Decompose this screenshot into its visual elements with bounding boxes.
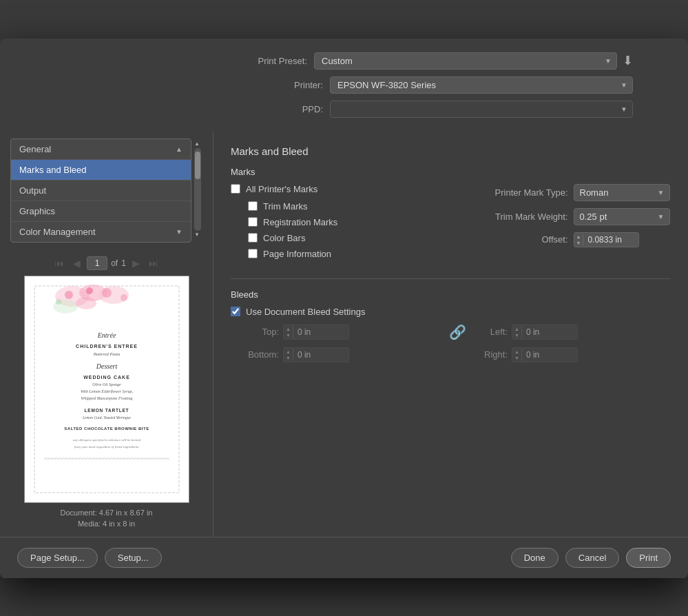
use-document-bleed-checkbox[interactable] (231, 307, 240, 316)
top-bleed-arrows: ▲ ▼ (284, 326, 293, 338)
svg-text:Dessert: Dessert (95, 362, 117, 370)
all-printer-marks-label[interactable]: All Printer's Marks (246, 184, 317, 194)
bottom-bleed-row: Bottom: ▲ ▼ (244, 347, 442, 362)
svg-text:LEMON TARTLET: LEMON TARTLET (84, 408, 129, 413)
registration-marks-label[interactable]: Registration Marks (263, 217, 337, 227)
offset-increment-button[interactable]: ▲ (574, 234, 583, 240)
first-page-button[interactable]: ⏮ (52, 256, 67, 270)
scroll-down-arrow-icon[interactable]: ▼ (194, 232, 200, 238)
next-page-button[interactable]: ▶ (129, 256, 143, 270)
top-bleed-row: Top: ▲ ▼ (244, 325, 442, 340)
svg-text:CHILDREN'S ENTREE: CHILDREN'S ENTREE (76, 344, 138, 349)
offset-input[interactable] (583, 233, 638, 247)
svg-point-5 (76, 297, 96, 309)
print-preset-container: Custom ▼ (314, 52, 617, 70)
page-information-checkbox[interactable] (248, 249, 258, 258)
left-bleed-arrows: ▲ ▼ (512, 326, 522, 338)
all-printer-marks-checkbox[interactable] (231, 184, 240, 194)
printer-select[interactable]: EPSON WF-3820 Series (330, 76, 633, 94)
bottom-bleed-increment[interactable]: ▲ (284, 349, 293, 355)
color-bars-checkbox[interactable] (248, 233, 258, 243)
nav-scrollbar[interactable]: ▲ ▼ (191, 138, 202, 243)
top-bleed-increment[interactable]: ▲ (284, 326, 293, 332)
sidebar-item-general[interactable]: General ▲ (11, 139, 191, 160)
top-section: Print Preset: Custom ▼ ⬇ Printer: EPSON … (0, 39, 688, 132)
setup-button[interactable]: Setup... (105, 548, 162, 568)
top-bleed-input[interactable] (293, 325, 348, 339)
svg-point-9 (121, 294, 127, 301)
svg-text:WEDDING CAKE: WEDDING CAKE (83, 375, 130, 380)
cancel-button[interactable]: Cancel (565, 548, 619, 568)
left-bleed-row: Left: ▲ ▼ (473, 325, 671, 340)
page-setup-button[interactable]: Page Setup... (17, 548, 98, 568)
bottom-bleed-field: ▲ ▼ (283, 347, 349, 362)
sidebar-item-marks-and-bleed[interactable]: Marks and Bleed (11, 160, 191, 181)
bottom-bleed-input[interactable] (293, 348, 348, 362)
last-page-button[interactable]: ⏭ (146, 256, 161, 270)
left-bleed-input[interactable] (522, 325, 577, 339)
svg-text:from your meal regardless of l: from your meal regardless of listed ingr… (74, 445, 139, 449)
print-preset-select[interactable]: Custom (314, 52, 617, 70)
bottom-bleed-label: Bottom: (244, 349, 279, 360)
print-button[interactable]: Print (626, 548, 671, 568)
svg-point-10 (56, 299, 61, 305)
trim-mark-weight-select[interactable]: 0.25 pt 0.50 pt 1.00 pt (574, 208, 670, 225)
print-preset-label: Print Preset: (252, 56, 307, 66)
offset-spinner-arrows: ▲ ▼ (574, 234, 584, 246)
nav-scroll-down-icon: ▼ (176, 228, 183, 236)
offset-decrement-button[interactable]: ▼ (574, 240, 583, 246)
prev-page-button[interactable]: ◀ (70, 256, 83, 270)
printer-mark-type-row: Printer Mark Type: Roman Greek Cyrillic … (465, 184, 671, 201)
printer-row: Printer: EPSON WF-3820 Series ▼ (21, 76, 667, 94)
left-bleed-decrement[interactable]: ▼ (512, 332, 521, 338)
scroll-thumb[interactable] (195, 152, 200, 179)
marks-grid: All Printer's Marks Trim Marks Registrat… (231, 184, 671, 265)
ppd-label: PPD: (268, 104, 323, 114)
sidebar-item-graphics[interactable]: Graphics (11, 201, 191, 222)
color-bars-label[interactable]: Color Bars (263, 233, 305, 243)
ppd-row: PPD: ▼ (21, 101, 667, 118)
page-of-label: of (111, 258, 118, 268)
trim-marks-label[interactable]: Trim Marks (263, 201, 308, 212)
top-bleed-label: Top: (244, 327, 279, 337)
bottom-bar: Page Setup... Setup... Done Cancel Print (0, 537, 688, 578)
left-bleed-increment[interactable]: ▲ (512, 326, 521, 332)
marks-left: All Printer's Marks Trim Marks Registrat… (231, 184, 437, 265)
doc-info-line1: Document: 4.67 in x 8.67 in (61, 507, 153, 519)
preview-svg: Entrée CHILDREN'S ENTREE Buttered Pasta … (31, 283, 183, 496)
printer-mark-type-select[interactable]: Roman Greek Cyrillic (574, 184, 670, 201)
trim-marks-row: Trim Marks (231, 201, 437, 212)
page-information-label[interactable]: Page Information (263, 249, 331, 259)
main-content: General ▲ Marks and Bleed Output Graphic… (0, 132, 688, 537)
right-bleed-increment[interactable]: ▲ (512, 349, 521, 355)
right-bleed-input[interactable] (522, 348, 577, 362)
done-button[interactable]: Done (511, 548, 559, 568)
page-number-input[interactable] (87, 256, 107, 270)
svg-text:Whipped Mascarpone Frosting: Whipped Mascarpone Frosting (81, 396, 132, 400)
top-bleed-decrement[interactable]: ▼ (284, 332, 293, 338)
chain-link-icon: 🔗 (449, 325, 466, 340)
bleeds-section: Bleeds Use Document Bleed Settings Top: … (231, 289, 671, 362)
trim-marks-checkbox[interactable] (248, 201, 258, 211)
use-document-bleed-row: Use Document Bleed Settings (231, 307, 671, 317)
bleed-fields: Top: ▲ ▼ 🔗 Left: (231, 324, 671, 362)
bleeds-subsection-title: Bleeds (231, 289, 671, 300)
top-bleed-field: ▲ ▼ (283, 325, 349, 340)
bottom-bleed-decrement[interactable]: ▼ (284, 355, 293, 361)
sidebar-item-output[interactable]: Output (11, 181, 191, 201)
right-bleed-arrows: ▲ ▼ (512, 349, 522, 361)
offset-spinner: ▲ ▼ (574, 232, 640, 247)
sidebar-item-color-management[interactable]: Color Management ▼ (11, 222, 191, 242)
marks-and-bleed-title: Marks and Bleed (231, 145, 671, 157)
svg-text:Olive Oil Sponge: Olive Oil Sponge (92, 382, 121, 387)
bleed-link-icon: 🔗 (449, 324, 466, 340)
right-bleed-decrement[interactable]: ▼ (512, 355, 521, 361)
scroll-track[interactable] (194, 148, 201, 231)
ppd-select[interactable] (330, 101, 633, 118)
offset-label: Offset: (465, 234, 568, 245)
use-document-bleed-label[interactable]: Use Document Bleed Settings (246, 307, 365, 317)
registration-marks-checkbox[interactable] (248, 217, 258, 227)
scroll-up-arrow-icon[interactable]: ▲ (194, 141, 200, 147)
save-preset-icon[interactable]: ⬇ (623, 53, 633, 68)
svg-text:With Lemon Elderflower Syrup,: With Lemon Elderflower Syrup, (81, 389, 133, 393)
